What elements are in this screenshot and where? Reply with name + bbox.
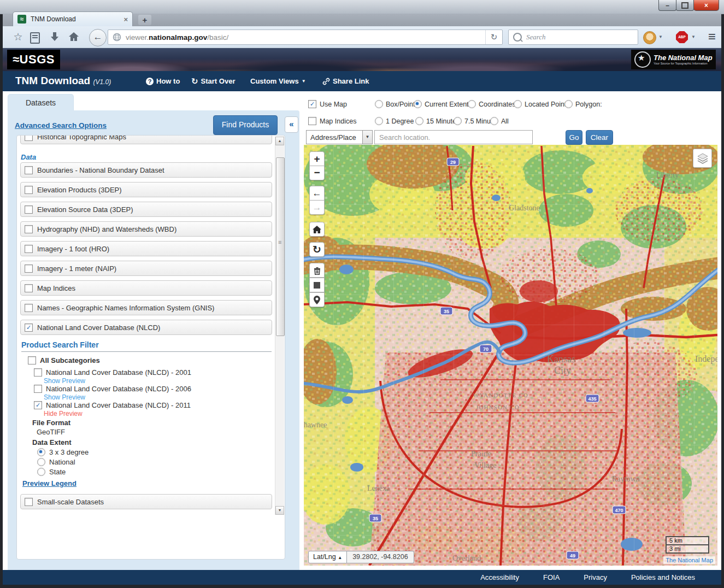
national-map-logo[interactable]: The National Map Your Source for Topogra… (631, 50, 716, 69)
scroll-down-button[interactable]: ▼ (275, 506, 284, 515)
extension-caret-icon[interactable]: ▼ (658, 26, 663, 48)
back-button[interactable]: ← (89, 29, 107, 46)
radio[interactable] (490, 117, 498, 125)
dataset-row[interactable]: Map Indices (20, 280, 272, 296)
dataset-row[interactable]: Hydrography (NHD) and Watersheds (WBD) (20, 221, 272, 237)
nlcd-2011-option[interactable]: ✓National Land Cover Database (NLCD) - 2… (34, 401, 191, 409)
start-over-button[interactable]: ↻Start Over (191, 71, 235, 91)
basemap-layers-button[interactable] (693, 149, 712, 168)
checkbox[interactable] (25, 245, 33, 253)
menu-icon[interactable]: ≡ (704, 26, 720, 48)
home-extent-button[interactable] (309, 222, 325, 237)
indices-all[interactable]: All (490, 117, 509, 125)
checkbox[interactable] (25, 225, 33, 233)
checkbox[interactable] (25, 205, 33, 214)
checkbox[interactable] (25, 304, 33, 312)
checkbox[interactable] (25, 498, 33, 506)
adblock-icon[interactable]: ABP (676, 31, 688, 43)
checkbox[interactable] (25, 264, 33, 273)
checkbox-checked[interactable]: ✓ (34, 401, 42, 409)
delete-graphics-button[interactable] (309, 263, 325, 278)
browser-tab[interactable]: ≈ TNM Download × (13, 11, 133, 26)
map-canvas[interactable]: 29 35 70 435 35 470 49 Gladstone Liberty… (304, 145, 717, 566)
find-products-button[interactable]: Find Products (213, 115, 278, 135)
indices-1degree[interactable]: 1 Degree (375, 117, 414, 125)
mode-polygon[interactable]: Polygon: (564, 100, 602, 108)
checkbox[interactable] (34, 385, 42, 393)
radio[interactable] (37, 458, 45, 466)
close-button[interactable]: × (693, 0, 719, 11)
mode-coordinates[interactable]: Coordinates (468, 100, 515, 108)
radio[interactable] (468, 100, 476, 108)
scroll-thumb[interactable] (276, 157, 285, 336)
preview-legend-link[interactable]: Preview Legend (22, 479, 76, 487)
checkbox[interactable] (25, 284, 33, 292)
checkbox[interactable] (25, 136, 33, 141)
clear-button[interactable]: Clear (586, 130, 613, 145)
dataset-row[interactable]: Elevation Products (3DEP) (20, 182, 272, 197)
radio-selected[interactable] (414, 100, 422, 108)
latlng-format-button[interactable]: Lat/Lng ▲ (308, 551, 347, 563)
footer-link-accessibility[interactable]: Accessibility (480, 573, 519, 581)
mode-current-extent[interactable]: Current Extent (414, 100, 469, 108)
downloads-icon[interactable] (50, 32, 60, 45)
refresh-map-button[interactable]: ↻ (309, 242, 325, 257)
next-extent-button[interactable]: → (309, 200, 325, 215)
checkbox-checked[interactable]: ✓ (25, 324, 33, 332)
all-subcategories-option[interactable]: All Subcategories (28, 356, 100, 364)
address-place-select[interactable]: Address/Place ▼ (306, 130, 373, 144)
checkbox[interactable] (25, 166, 33, 174)
location-search-input[interactable] (374, 130, 533, 144)
url-bar[interactable]: viewer.nationalmap.gov/basic/ ↻ (108, 30, 503, 45)
footer-link-policies[interactable]: Policies and Notices (631, 573, 695, 581)
panel-scrollbar[interactable]: ▲ ▼ (275, 137, 284, 515)
checkbox[interactable] (308, 117, 316, 125)
use-map-option[interactable]: ✓Use Map (308, 100, 347, 108)
usgs-logo[interactable]: ≈USGS (7, 50, 60, 69)
zoom-out-button[interactable]: − (309, 166, 325, 180)
dataset-row[interactable]: Names - Geographic Names Information Sys… (20, 300, 272, 315)
map-indices-option[interactable]: Map Indices (308, 117, 356, 125)
extent-option-state[interactable]: State (37, 468, 66, 476)
radio[interactable] (514, 100, 522, 108)
collapse-panel-button[interactable]: « (285, 116, 298, 133)
maximize-button[interactable] (676, 0, 694, 11)
browser-search[interactable] (508, 30, 638, 45)
radio[interactable] (375, 100, 383, 108)
extent-option-national[interactable]: National (37, 458, 75, 466)
custom-views-menu[interactable]: Custom Views▼ (250, 71, 306, 91)
draw-box-button[interactable] (309, 278, 325, 292)
bookmark-star-icon[interactable]: ☆ (11, 26, 25, 48)
mode-located-point[interactable]: Located Point (514, 100, 566, 108)
checkbox-checked[interactable]: ✓ (308, 100, 316, 108)
adblock-caret-icon[interactable]: ▼ (691, 26, 696, 48)
minimize-button[interactable]: – (658, 0, 676, 11)
footer-link-foia[interactable]: FOIA (543, 573, 560, 581)
radio[interactable] (37, 468, 45, 476)
show-preview-link[interactable]: Show Preview (44, 393, 85, 401)
mode-box-point[interactable]: Box/Point (375, 100, 415, 108)
howto-button[interactable]: ?How to (146, 71, 180, 91)
dataset-row[interactable]: Elevation Source Data (3DEP) (20, 202, 272, 217)
tab-close-icon[interactable]: × (123, 15, 128, 23)
place-point-button[interactable] (309, 292, 325, 307)
reload-icon[interactable]: ↻ (485, 30, 502, 44)
new-tab-button[interactable]: + (138, 15, 151, 25)
dataset-row-smallscale[interactable]: Small-scale Datasets (20, 494, 272, 509)
tab-datasets[interactable]: Datasets (8, 94, 74, 111)
zoom-in-button[interactable]: + (309, 151, 325, 166)
nlcd-2001-option[interactable]: National Land Cover Database (NLCD) - 20… (34, 368, 191, 377)
radio-selected[interactable] (37, 448, 45, 456)
hide-preview-link[interactable]: Hide Preview (44, 410, 83, 418)
indices-15min[interactable]: 15 Minute (415, 117, 456, 125)
show-preview-link[interactable]: Show Preview (44, 377, 85, 385)
radio[interactable] (375, 117, 383, 125)
dataset-row-nlcd[interactable]: ✓National Land Cover Database (NLCD) (20, 320, 272, 335)
checkbox[interactable] (34, 368, 42, 377)
radio[interactable] (415, 117, 423, 125)
prev-extent-button[interactable]: ← (309, 186, 325, 201)
greasemonkey-icon[interactable] (643, 31, 656, 44)
nlcd-2006-option[interactable]: National Land Cover Database (NLCD) - 20… (34, 385, 191, 393)
radio[interactable] (564, 100, 573, 108)
extent-option-3x3[interactable]: 3 x 3 degree (37, 448, 89, 456)
